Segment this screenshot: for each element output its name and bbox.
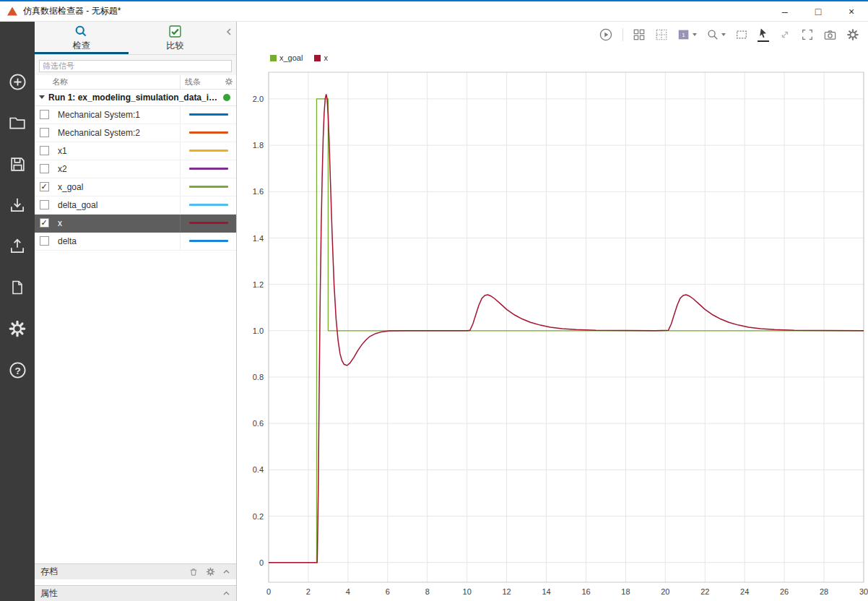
fullscreen-button[interactable]	[801, 28, 814, 41]
column-header-name[interactable]: 名称	[35, 75, 180, 89]
trash-icon[interactable]	[188, 567, 199, 577]
svg-text:6: 6	[386, 587, 390, 596]
svg-text:0: 0	[266, 587, 271, 596]
toolbar-separator	[622, 28, 623, 41]
chevron-up-icon[interactable]	[222, 590, 230, 597]
archive-label: 存档	[40, 566, 181, 578]
run-label: Run 1: ex_modeling_simulation_data_insp.…	[48, 92, 219, 103]
signal-line-swatch	[189, 113, 228, 116]
import-button[interactable]	[6, 196, 28, 215]
tab-inspect[interactable]: 检查	[35, 22, 129, 54]
tab-inspect-label: 检查	[73, 40, 90, 52]
plus-circle-icon	[8, 72, 27, 92]
tab-compare-label: 比较	[166, 40, 183, 52]
svg-text:30: 30	[859, 587, 868, 596]
signal-checkbox[interactable]: ✓	[40, 182, 49, 191]
svg-text:16: 16	[581, 587, 590, 596]
svg-text:2.0: 2.0	[253, 95, 264, 103]
chevron-down-icon	[721, 33, 726, 36]
chevron-up-icon[interactable]	[222, 568, 230, 575]
filter-signals-input[interactable]	[39, 60, 232, 72]
signal-line-swatch	[189, 222, 228, 224]
floppy-icon	[9, 155, 27, 173]
svg-text:1.0: 1.0	[253, 327, 264, 335]
sidebar-empty-area	[35, 251, 236, 564]
diagonal-resize-button[interactable]	[778, 28, 791, 41]
signal-checkbox[interactable]	[40, 110, 49, 119]
svg-text:26: 26	[780, 587, 789, 596]
signal-row-delta-goal[interactable]: delta_goal	[35, 196, 236, 215]
signal-row-x2[interactable]: x2	[35, 160, 236, 178]
expand-corners-icon	[801, 28, 814, 41]
column-settings-gear-icon[interactable]	[225, 77, 233, 86]
signal-checkbox[interactable]	[40, 164, 49, 173]
chevron-left-icon	[225, 27, 233, 36]
archive-gear-icon[interactable]	[206, 567, 215, 576]
minimize-button[interactable]: –	[768, 1, 802, 22]
signal-line-swatch	[189, 131, 228, 134]
snapshot-button[interactable]	[823, 28, 837, 42]
svg-text:18: 18	[621, 587, 630, 596]
app-window: 仿真数据检查器 - 无标题* – □ ×	[0, 0, 868, 601]
help-button[interactable]: ?	[6, 360, 28, 379]
svg-text:20: 20	[661, 587, 669, 596]
save-button[interactable]	[6, 155, 28, 173]
archive-panel-bar[interactable]: 存档	[35, 563, 236, 579]
chart-settings-button[interactable]	[846, 28, 859, 41]
properties-panel-bar[interactable]: 属性	[35, 585, 236, 601]
signal-name: Mechanical System:1	[53, 110, 180, 120]
layout-grid-button[interactable]	[633, 28, 646, 41]
signal-name: x1	[53, 146, 180, 156]
subplot-grid-button[interactable]	[655, 28, 668, 41]
preferences-button[interactable]	[6, 319, 28, 338]
run-playback-button[interactable]	[599, 27, 613, 42]
svg-text:0.4: 0.4	[253, 465, 264, 474]
signal-line-swatch	[189, 168, 228, 170]
panel-gap	[35, 579, 236, 585]
signal-row-mechanical-system-2[interactable]: Mechanical System:2	[35, 124, 236, 142]
time-plot[interactable]: 00.20.40.60.81.01.21.41.61.82.0024681012…	[237, 62, 868, 601]
report-button[interactable]	[6, 278, 28, 297]
signal-row-x-goal[interactable]: ✓ x_goal	[35, 178, 236, 196]
zoom-dropdown[interactable]	[706, 28, 726, 41]
left-toolbar: ?	[0, 22, 35, 601]
signal-checkbox[interactable]	[40, 200, 49, 209]
signal-name: delta_goal	[53, 200, 180, 210]
pointer-tool-button[interactable]	[758, 27, 769, 42]
window-title: 仿真数据检查器 - 无标题*	[23, 5, 121, 17]
tab-compare[interactable]: 比较	[129, 22, 222, 54]
maximize-button[interactable]: □	[802, 1, 835, 22]
folder-icon	[8, 113, 27, 132]
export-arrow-icon	[8, 237, 27, 256]
column-header-line[interactable]: 线条	[185, 77, 201, 87]
export-button[interactable]	[6, 237, 28, 256]
legend-item-x-goal[interactable]: x_goal	[270, 53, 303, 62]
close-button[interactable]: ×	[835, 1, 868, 22]
question-circle-icon: ?	[8, 360, 27, 380]
play-circle-icon	[599, 27, 613, 42]
run-expander-caret-icon[interactable]	[39, 95, 45, 99]
gear-icon	[8, 319, 27, 338]
legend-item-x[interactable]: x	[314, 53, 328, 62]
signal-row-mechanical-system-1[interactable]: Mechanical System:1	[35, 106, 236, 124]
gear-icon	[846, 28, 859, 41]
signal-checkbox[interactable]	[40, 236, 49, 246]
chevron-down-icon	[693, 33, 697, 36]
fit-to-view-button[interactable]	[735, 28, 748, 41]
collapse-sidebar-button[interactable]	[222, 22, 236, 54]
app-logo-icon	[7, 7, 17, 16]
signal-checkbox[interactable]: ✓	[40, 218, 49, 228]
signal-row-x1[interactable]: x1	[35, 142, 236, 160]
run-group-row[interactable]: Run 1: ex_modeling_simulation_data_insp.…	[35, 90, 236, 106]
add-button[interactable]	[6, 72, 28, 91]
signal-line-swatch	[189, 204, 228, 206]
svg-text:1.2: 1.2	[253, 280, 264, 289]
signal-checkbox[interactable]	[40, 146, 49, 155]
layout-one-dropdown[interactable]: 1	[677, 28, 697, 41]
signal-row-delta[interactable]: delta	[35, 233, 236, 251]
legend-label: x_goal	[279, 53, 303, 62]
signal-checkbox[interactable]	[40, 128, 49, 137]
open-button[interactable]	[6, 113, 28, 132]
signal-row-x[interactable]: ✓ x	[35, 215, 236, 233]
grid-layout-icon	[633, 28, 646, 41]
